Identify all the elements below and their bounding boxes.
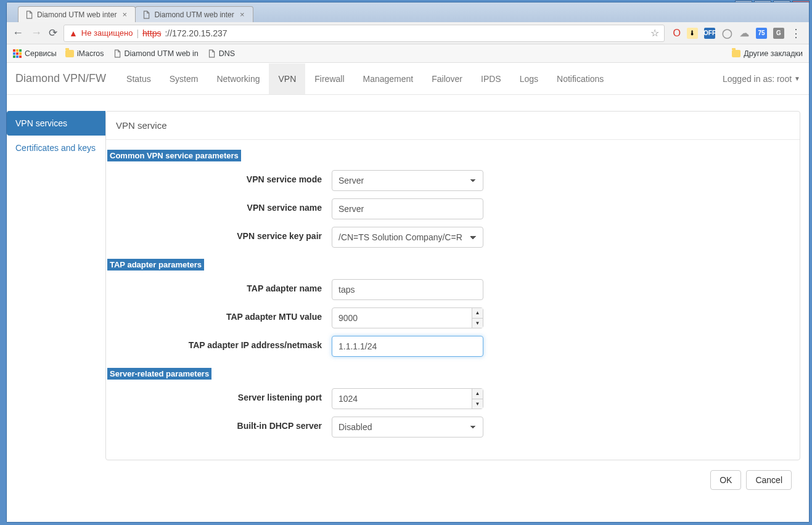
app-navbar: Diamond VPN/FW Status System Networking … [7,63,809,95]
chrome-menu-icon[interactable]: ⋮ [790,26,802,40]
input-tap-ip[interactable] [332,336,483,357]
dialog-buttons: OK Cancel [105,460,800,490]
extension-icon[interactable]: ☁ [739,28,750,39]
extension-icon[interactable]: 🌡 [687,28,698,39]
nav-notifications[interactable]: Notifications [547,63,613,94]
chevron-down-icon: ▼ [794,75,800,82]
section-heading-common: Common VPN service parameters [107,150,241,161]
select-vpn-mode[interactable]: Server [332,170,483,191]
content-wrap: VPN services Certificates and keys VPN s… [7,95,809,499]
label-tap-ip: TAP adapter IP address/netmask [106,336,322,350]
input-listen-port[interactable] [332,388,483,409]
page-icon [113,49,121,58]
section-heading-server: Server-related parameters [107,368,211,380]
apps-grid-icon [13,49,22,58]
input-tap-mtu[interactable] [332,307,483,328]
nav-logs[interactable]: Logs [511,63,547,94]
label-vpn-name: VPN service name [106,198,322,213]
folder-icon [65,50,74,57]
spin-up-icon[interactable]: ▲ [472,308,483,319]
input-vpn-name[interactable] [332,198,483,219]
ok-button[interactable]: OK [710,470,741,490]
toolbar: ← → ⟳ ▲ Не защищено | https://172.20.15.… [7,22,809,44]
select-dhcp[interactable]: Disabled [332,417,483,437]
bookmark-label: Другие закладки [744,49,803,58]
tab-title: Diamond UTM web inter [154,10,234,19]
page-icon [207,49,216,58]
extension-icon[interactable]: G [773,28,784,39]
number-spinner[interactable]: ▲ ▼ [472,308,483,328]
label-listen-port: Server listening port [106,388,322,402]
bookmark-label: DNS [219,49,235,58]
opera-icon[interactable]: O [673,28,681,39]
bookmark-item[interactable]: Diamond UTM web in [113,49,199,58]
label-keypair: VPN service key pair [106,227,322,241]
nav-management[interactable]: Management [354,63,423,94]
cancel-button[interactable]: Cancel [746,470,792,490]
number-spinner[interactable]: ▲ ▼ [472,389,483,409]
protocol-struck: https [142,28,161,38]
bookmark-item[interactable]: iMacros [65,49,104,58]
sidebar: VPN services Certificates and keys [7,111,105,490]
sidebar-item-vpn-services[interactable]: VPN services [7,111,105,136]
bookmark-label: Сервисы [25,49,57,58]
page-icon [142,10,150,19]
nav-ipds[interactable]: IPDS [472,63,511,94]
panel-title: VPN service [106,112,800,140]
extension-icon[interactable]: 75 [756,28,767,39]
separator: | [136,28,139,38]
panel-body: Common VPN service parameters VPN servic… [106,140,800,460]
user-menu[interactable]: Logged in as: root ▼ [723,74,800,84]
spin-down-icon[interactable]: ▼ [472,319,483,328]
bookmarks-bar: Сервисы iMacros Diamond UTM web in DNS Д… [7,44,809,63]
label-vpn-mode: VPN service mode [106,170,322,184]
apps-shortcut[interactable]: Сервисы [13,49,57,58]
extension-icon[interactable]: OFF [704,28,715,39]
nav-firewall[interactable]: Firewall [305,63,353,94]
browser-tab[interactable]: Diamond UTM web inter × [135,6,253,22]
bookmark-label: Diamond UTM web in [125,49,199,58]
tab-close-icon[interactable]: × [120,10,129,19]
browser-tab-active[interactable]: Diamond UTM web inter × [18,6,136,22]
back-button[interactable]: ← [12,26,24,39]
tab-strip: Diamond UTM web inter × Diamond UTM web … [7,2,809,22]
nav-vpn[interactable]: VPN [269,63,305,94]
main-panel: VPN service Common VPN service parameter… [105,111,800,460]
reload-button[interactable]: ⟳ [49,26,57,39]
folder-icon [732,50,740,57]
spin-up-icon[interactable]: ▲ [472,389,483,399]
page-icon [25,10,33,19]
nav-networking[interactable]: Networking [207,63,269,94]
other-bookmarks[interactable]: Другие закладки [732,49,803,58]
app-brand: Diamond VPN/FW [15,72,106,85]
select-keypair[interactable]: /CN=TS Solution Company/C=R [332,227,483,248]
url-rest: ://172.20.15.237 [165,28,227,38]
extension-icon[interactable]: ◯ [721,28,732,39]
tab-title: Diamond UTM web inter [37,10,117,19]
address-bar[interactable]: ▲ Не защищено | https://172.20.15.237 ☆ [64,25,665,42]
forward-button: → [30,26,43,39]
nav-failover[interactable]: Failover [422,63,472,94]
user-label: Logged in as: root [723,74,792,84]
security-label: Не защищено [81,28,133,38]
label-tap-name: TAP adapter name [106,279,322,293]
bookmark-item[interactable]: DNS [207,49,235,58]
section-heading-tap: TAP adapter parameters [107,259,204,271]
bookmark-star-icon[interactable]: ☆ [650,27,659,39]
label-tap-mtu: TAP adapter MTU value [106,307,322,322]
browser-window: Diamond UTM web inter × Diamond UTM web … [6,2,810,523]
nav-system[interactable]: System [160,63,208,94]
tab-close-icon[interactable]: × [238,10,247,19]
label-dhcp: Built-in DHCP server [106,417,322,431]
input-tap-name[interactable] [332,279,483,300]
sidebar-item-certificates[interactable]: Certificates and keys [7,136,105,160]
security-warning-icon: ▲ [69,28,78,38]
page-content: Diamond VPN/FW Status System Networking … [7,63,809,522]
bookmark-label: iMacros [77,49,104,58]
nav-status[interactable]: Status [117,63,160,94]
spin-down-icon[interactable]: ▼ [472,399,483,409]
extension-icons: O 🌡 OFF ◯ ☁ 75 G ⋮ [671,26,804,40]
